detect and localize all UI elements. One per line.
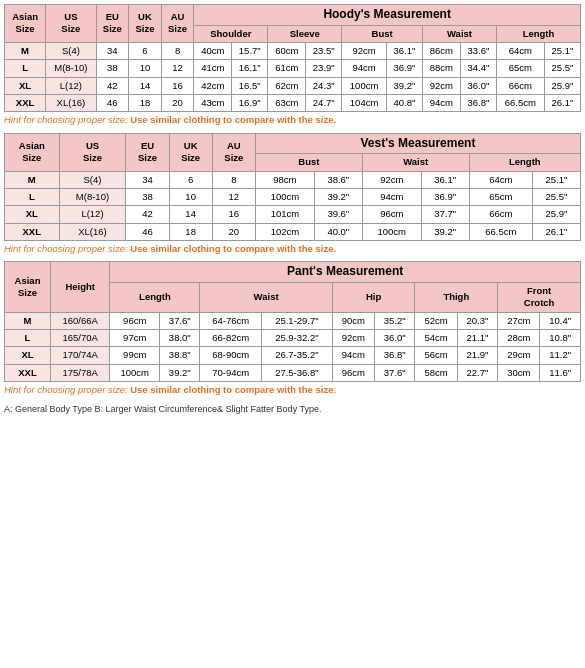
eu-size-cell: 42: [96, 77, 129, 94]
pant-thigh-header: Thigh: [415, 282, 498, 312]
length-in-cell: 39.2": [160, 364, 200, 381]
length-in-cell: 38.0": [160, 329, 200, 346]
table-row: M S(4) 34 6 8 40cm 15.7" 60cm 23.5" 92cm…: [5, 42, 581, 59]
hoody-uk-size-header: UKSize: [129, 5, 162, 43]
us-size-cell: M(8-10): [59, 188, 126, 205]
waist-in-cell: 25.9-32.2": [262, 329, 333, 346]
bust-cm-cell: 104cm: [342, 94, 386, 111]
hoody-bust-header: Bust: [342, 25, 423, 42]
bust-in-cell: 36.1": [386, 42, 422, 59]
pant-section: AsianSize Height Pant's Measurement Leng…: [4, 261, 581, 398]
hoody-table: AsianSize USSize EUSize UKSize AUSize Ho…: [4, 4, 581, 112]
uk-size-cell: 14: [169, 206, 212, 223]
hoody-hint: Hint for choosing proper size: Use simil…: [4, 112, 581, 128]
shoulder-cm-cell: 41cm: [194, 60, 232, 77]
asian-size-cell: M: [5, 312, 51, 329]
au-size-cell: 16: [161, 77, 194, 94]
vest-uk-size-header: UKSize: [169, 133, 212, 171]
waist-cm-cell: 92cm: [422, 77, 460, 94]
front-crotch-cm-cell: 28cm: [498, 329, 540, 346]
eu-size-cell: 38: [96, 60, 129, 77]
hoody-eu-size-header: EUSize: [96, 5, 129, 43]
waist-range-cell: 66-82cm: [200, 329, 262, 346]
uk-size-cell: 6: [169, 171, 212, 188]
thigh-cm-cell: 58cm: [415, 364, 457, 381]
sleeve-cm-cell: 61cm: [268, 60, 306, 77]
table-row: XXL XL(16) 46 18 20 43cm 16.9" 63cm 24.7…: [5, 94, 581, 111]
vest-hint-table: Hint for choosing proper size: Use simil…: [4, 241, 581, 257]
shoulder-in-cell: 16.1": [232, 60, 268, 77]
sleeve-in-cell: 23.5": [306, 42, 342, 59]
main-container: AsianSize USSize EUSize UKSize AUSize Ho…: [0, 0, 585, 420]
pant-hip-header: Hip: [332, 282, 415, 312]
table-row: XL L(12) 42 14 16 42cm 16.5" 62cm 24.3" …: [5, 77, 581, 94]
bust-cm-cell: 92cm: [342, 42, 386, 59]
table-row: M S(4) 34 6 8 98cm 38.6" 92cm 36.1" 64cm…: [5, 171, 581, 188]
uk-size-cell: 10: [129, 60, 162, 77]
us-size-cell: L(12): [46, 77, 96, 94]
front-crotch-cm-cell: 30cm: [498, 364, 540, 381]
hip-in-cell: 37.6": [375, 364, 415, 381]
us-size-cell: XL(16): [59, 223, 126, 240]
length-in-cell: 25.5": [544, 60, 580, 77]
hip-in-cell: 36.8": [375, 347, 415, 364]
length-in-cell: 38.8": [160, 347, 200, 364]
asian-size-cell: L: [5, 329, 51, 346]
pant-height-header: Height: [51, 262, 110, 312]
hip-cm-cell: 94cm: [332, 347, 374, 364]
length-in-cell: 26.1": [532, 223, 580, 240]
pant-title: Pant's Measurement: [110, 262, 581, 283]
vest-hint: Hint for choosing proper size: Use simil…: [4, 241, 581, 257]
hoody-us-size-header: USSize: [46, 5, 96, 43]
pant-asian-size-header: AsianSize: [5, 262, 51, 312]
shoulder-cm-cell: 42cm: [194, 77, 232, 94]
bust-cm-cell: 102cm: [255, 223, 314, 240]
asian-size-cell: M: [5, 42, 46, 59]
table-row: XL 170/74A 99cm 38.8" 68-90cm 26.7-35.2"…: [5, 347, 581, 364]
pant-front-crotch-header: FrontCrotch: [498, 282, 581, 312]
length-in-cell: 37.6": [160, 312, 200, 329]
eu-size-cell: 34: [126, 171, 169, 188]
length-in-cell: 25.9": [544, 77, 580, 94]
waist-cm-cell: 92cm: [362, 171, 421, 188]
pant-hint: Hint for choosing proper size: Use simil…: [4, 382, 581, 398]
uk-size-cell: 14: [129, 77, 162, 94]
table-row: L M(8-10) 38 10 12 41cm 16.1" 61cm 23.9"…: [5, 60, 581, 77]
length-cm-cell: 100cm: [110, 364, 160, 381]
hoody-asian-size-header: AsianSize: [5, 5, 46, 43]
eu-size-cell: 34: [96, 42, 129, 59]
thigh-cm-cell: 54cm: [415, 329, 457, 346]
asian-size-cell: M: [5, 171, 60, 188]
length-cm-cell: 65cm: [496, 60, 544, 77]
length-cm-cell: 96cm: [110, 312, 160, 329]
au-size-cell: 12: [161, 60, 194, 77]
uk-size-cell: 18: [169, 223, 212, 240]
pant-table: AsianSize Height Pant's Measurement Leng…: [4, 261, 581, 382]
asian-size-cell: XL: [5, 347, 51, 364]
waist-cm-cell: 86cm: [422, 42, 460, 59]
vest-au-size-header: AUSize: [212, 133, 255, 171]
length-in-cell: 25.1": [532, 171, 580, 188]
hip-cm-cell: 90cm: [332, 312, 374, 329]
length-cm-cell: 66.5cm: [496, 94, 544, 111]
bust-in-cell: 36.9": [386, 60, 422, 77]
au-size-cell: 8: [212, 171, 255, 188]
waist-in-cell: 36.1": [421, 171, 469, 188]
us-size-cell: XL(16): [46, 94, 96, 111]
pant-hint-table: Hint for choosing proper size: Use simil…: [4, 382, 581, 398]
vest-hint-text: Use similar clothing to compare with the…: [128, 243, 337, 254]
waist-in-cell: 36.0": [460, 77, 496, 94]
uk-size-cell: 10: [169, 188, 212, 205]
asian-size-cell: XXL: [5, 223, 60, 240]
shoulder-in-cell: 16.9": [232, 94, 268, 111]
hip-cm-cell: 92cm: [332, 329, 374, 346]
length-cm-cell: 64cm: [496, 42, 544, 59]
asian-size-cell: L: [5, 60, 46, 77]
waist-cm-cell: 96cm: [362, 206, 421, 223]
vest-us-size-header: USSize: [59, 133, 126, 171]
front-crotch-in-cell: 10.4": [540, 312, 581, 329]
waist-range-cell: 70-94cm: [200, 364, 262, 381]
table-row: XL L(12) 42 14 16 101cm 39.6" 96cm 37.7"…: [5, 206, 581, 223]
thigh-cm-cell: 52cm: [415, 312, 457, 329]
shoulder-in-cell: 16.5": [232, 77, 268, 94]
